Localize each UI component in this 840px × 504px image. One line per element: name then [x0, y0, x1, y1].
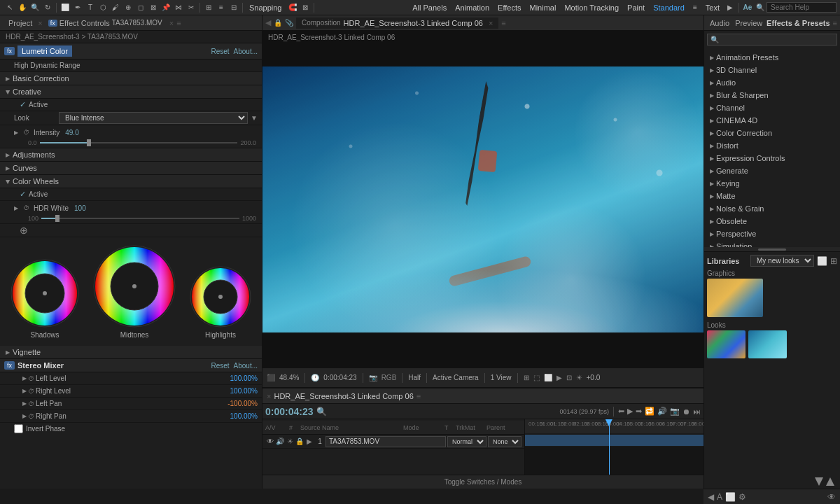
viewer-snapshot-icon[interactable]: 📷: [369, 374, 377, 382]
lp-stopwatch[interactable]: ⏱: [28, 400, 34, 407]
cat-audio[interactable]: ▶Audio: [707, 76, 837, 89]
puppet-icon[interactable]: ⋈: [173, 2, 184, 13]
cat-distort[interactable]: ▶Distort: [707, 139, 837, 152]
exposure-icon[interactable]: ☀: [576, 374, 582, 382]
fast-preview-icon[interactable]: ▶: [556, 374, 562, 382]
search-input[interactable]: [766, 2, 836, 13]
shape-icon[interactable]: ⬡: [97, 2, 108, 13]
text-btn[interactable]: Text: [701, 4, 724, 12]
all-panels-btn[interactable]: All Panels: [408, 4, 451, 12]
scroll-bar[interactable]: [758, 248, 786, 251]
grid-icon[interactable]: ⊞: [524, 374, 529, 382]
effects-presets-settings[interactable]: ≡: [833, 19, 837, 27]
shadows-wheel-svg[interactable]: [10, 258, 80, 328]
track-1-audio[interactable]: 🔊: [275, 438, 285, 445]
workspace-settings-icon[interactable]: ≡: [690, 2, 701, 13]
hdr-slider-thumb[interactable]: [55, 215, 59, 222]
align-icon[interactable]: ≡: [216, 2, 227, 13]
tl-audio-btn[interactable]: 🔊: [657, 407, 667, 416]
cat-expression-controls[interactable]: ▶Expression Controls: [707, 152, 837, 164]
basic-correction-section[interactable]: ▶ Basic Correction: [0, 72, 262, 85]
cat-blur-sharpen[interactable]: ▶Blur & Sharpen: [707, 89, 837, 102]
track-1-name-field[interactable]: TA3A7853.MOV: [326, 436, 446, 447]
comp-tab-close[interactable]: ×: [489, 19, 493, 27]
tl-close[interactable]: ×: [267, 392, 271, 400]
rp-stopwatch[interactable]: ⏱: [28, 413, 34, 420]
hand-icon[interactable]: ✋: [17, 2, 28, 13]
tl-timecode[interactable]: 0:00:04:23: [265, 406, 314, 417]
rl-stopwatch[interactable]: ⏱: [28, 388, 34, 395]
brush-icon[interactable]: 🖌: [110, 2, 121, 13]
effect-controls-tab[interactable]: fx Effect Controls TA3A7853.MOV: [43, 18, 168, 29]
midtones-wheel-svg[interactable]: [92, 244, 176, 328]
cat-generate[interactable]: ▶Generate: [707, 164, 837, 177]
search-icon[interactable]: 🔍: [755, 2, 766, 13]
cat-color-correction[interactable]: ▶Color Correction: [707, 127, 837, 139]
preview-tab[interactable]: Preview: [732, 19, 765, 27]
tl-search-icon[interactable]: 🔍: [316, 407, 327, 416]
pen-icon[interactable]: ✒: [72, 2, 83, 13]
warp-icon[interactable]: ⊠: [148, 2, 159, 13]
resolution-dropdown[interactable]: Half: [408, 374, 421, 382]
viewer-playback-icon[interactable]: ⬛: [267, 374, 275, 382]
hdr-white-value[interactable]: 100: [74, 204, 86, 212]
cat-obsolete[interactable]: ▶Obsolete: [707, 215, 837, 227]
track-1-mode-dropdown[interactable]: Normal: [447, 436, 486, 447]
tl-prev-frame[interactable]: ⬅: [618, 407, 624, 416]
zoom-icon[interactable]: 🔍: [29, 2, 41, 13]
hdr-white-stopwatch-icon[interactable]: ⏱: [22, 202, 30, 214]
cat-cinema4d[interactable]: ▶CINEMA 4D: [707, 114, 837, 127]
cat-channel[interactable]: ▶Channel: [707, 102, 837, 114]
cat-matte[interactable]: ▶Matte: [707, 190, 837, 202]
intensity-value[interactable]: 49.0: [65, 129, 78, 136]
rl-triangle[interactable]: ▶: [22, 388, 27, 394]
track-1-parent-dropdown[interactable]: None: [488, 436, 522, 447]
view-count-dropdown[interactable]: 1 View: [491, 374, 512, 382]
highlights-wheel-svg[interactable]: [189, 265, 252, 328]
left-level-value[interactable]: 100.00%: [230, 374, 258, 382]
intensity-slider-thumb[interactable]: [87, 139, 91, 146]
timeline-sync-icon[interactable]: ⊡: [566, 374, 572, 382]
comp-prev-icon[interactable]: ◀: [265, 18, 271, 27]
intensity-triangle[interactable]: ▶: [14, 130, 18, 136]
rp-triangle[interactable]: ▶: [22, 413, 27, 419]
graphic-thumb-1[interactable]: [707, 279, 763, 317]
comp-lock-icon[interactable]: 🔒: [274, 19, 282, 27]
pin-icon[interactable]: 📌: [160, 2, 172, 13]
look-thumb-2[interactable]: [748, 330, 787, 358]
grid-view-icon[interactable]: ⊞: [830, 256, 837, 266]
curves-section[interactable]: ▶ Curves: [0, 162, 262, 175]
ll-triangle[interactable]: ▶: [22, 375, 27, 382]
track-1-bar[interactable]: [525, 435, 704, 446]
rotate-icon[interactable]: ↻: [42, 2, 53, 13]
look-expand-icon[interactable]: ▼: [251, 114, 258, 122]
timeline-ruler[interactable]: 00:15f 01:00f 01:15f 02:00f 02:15f 03:00…: [525, 419, 704, 433]
ll-stopwatch[interactable]: ⏱: [28, 375, 34, 382]
snap-toggle-icon[interactable]: ⊠: [300, 2, 311, 13]
tl-snapshot-btn[interactable]: 📷: [670, 407, 680, 416]
stereo-reset-link[interactable]: Reset: [211, 362, 229, 370]
stereo-about-link[interactable]: About...: [234, 362, 258, 370]
tl-record-btn[interactable]: ⏺: [682, 407, 690, 416]
lp-triangle[interactable]: ▶: [22, 400, 27, 407]
viewer-show-channel-icon[interactable]: RGB: [382, 374, 397, 382]
about-link[interactable]: About...: [234, 48, 258, 55]
cat-animation-presets[interactable]: ▶Animation Presets: [707, 51, 837, 64]
cat-keying[interactable]: ▶Keying: [707, 177, 837, 190]
viewer-zoom-level[interactable]: 48.4%: [279, 374, 299, 382]
eraser-icon[interactable]: ◻: [135, 2, 146, 13]
hdr-slider[interactable]: [41, 218, 239, 219]
track-1-lock[interactable]: 🔒: [295, 438, 304, 445]
list-view-icon[interactable]: ⬜: [817, 256, 827, 266]
invert-phase-checkbox[interactable]: [14, 424, 23, 433]
comp-pin-icon[interactable]: 📎: [285, 19, 293, 27]
right-level-value[interactable]: 100.00%: [230, 387, 258, 395]
camera-dropdown[interactable]: Active Camera: [433, 374, 479, 382]
minimal-btn[interactable]: Minimal: [526, 4, 561, 12]
clone-icon[interactable]: ⊕: [122, 2, 134, 13]
track-1-visibility[interactable]: 👁: [265, 438, 275, 445]
type-icon[interactable]: T: [85, 2, 96, 13]
creative-section[interactable]: ▶ Creative: [0, 85, 262, 99]
composition-tab[interactable]: Composition HDR_AE_Screenshot-3 Linked C…: [296, 18, 498, 29]
toggle-switches-label[interactable]: Toggle Switches / Modes: [444, 478, 522, 486]
